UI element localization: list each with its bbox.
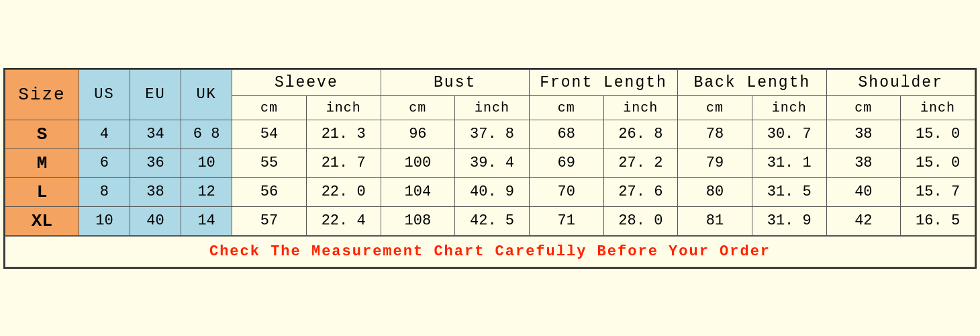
size-cell: L xyxy=(5,177,79,206)
footer-row: Check The Measurement Chart Carefully Be… xyxy=(5,236,975,267)
shoulder-inch-cell: 15. 0 xyxy=(901,149,975,177)
shoulder-inch-cell: 15. 7 xyxy=(901,177,975,206)
eu-cell: 36 xyxy=(130,149,181,177)
front-inch-cell: 27. 2 xyxy=(603,149,678,177)
table-row: S4346 85421. 39637. 86826. 87830. 73815.… xyxy=(5,120,975,149)
front-inch-cell: 27. 6 xyxy=(603,177,678,206)
sleeve-inch-cell: 22. 4 xyxy=(306,206,381,236)
eu-header: EU xyxy=(130,69,181,120)
size-cell: XL xyxy=(5,206,79,236)
us-cell: 10 xyxy=(79,206,130,236)
table-row: M636105521. 710039. 46927. 27931. 13815.… xyxy=(5,149,975,177)
shoulder-inch-cell: 15. 0 xyxy=(901,120,975,149)
size-cell: S xyxy=(5,120,79,149)
header-top-row: Size US EU UK Sleeve Bust Front Length B… xyxy=(5,69,975,95)
shoulder-inch-cell: 16. 5 xyxy=(901,206,975,236)
back-cm-header: cm xyxy=(678,95,752,120)
uk-cell: 6 8 xyxy=(181,120,232,149)
table-row: L838125622. 010440. 97027. 68031. 54015.… xyxy=(5,177,975,206)
shoulder-inch-header: inch xyxy=(901,95,975,120)
uk-cell: 10 xyxy=(181,149,232,177)
sleeve-cm-cell: 55 xyxy=(232,149,307,177)
size-header: Size xyxy=(5,69,79,120)
front-inch-cell: 28. 0 xyxy=(603,206,678,236)
sleeve-inch-header: inch xyxy=(306,95,381,120)
front-cm-cell: 70 xyxy=(529,177,603,206)
sleeve-inch-cell: 21. 7 xyxy=(306,149,381,177)
eu-cell: 38 xyxy=(130,177,181,206)
bust-inch-cell: 37. 8 xyxy=(455,120,530,149)
shoulder-cm-cell: 38 xyxy=(826,149,901,177)
back-inch-cell: 30. 7 xyxy=(752,120,826,149)
bust-inch-cell: 42. 5 xyxy=(455,206,530,236)
shoulder-cm-cell: 40 xyxy=(826,177,901,206)
bust-cm-cell: 100 xyxy=(381,149,455,177)
bust-cm-cell: 108 xyxy=(381,206,455,236)
bust-inch-cell: 39. 4 xyxy=(455,149,530,177)
back-cm-cell: 78 xyxy=(678,120,752,149)
back-cm-cell: 81 xyxy=(678,206,752,236)
back-inch-cell: 31. 5 xyxy=(752,177,826,206)
back-inch-header: inch xyxy=(752,95,826,120)
eu-cell: 34 xyxy=(130,120,181,149)
bust-cm-header: cm xyxy=(381,95,455,120)
uk-cell: 12 xyxy=(181,177,232,206)
table-row: XL1040145722. 410842. 57128. 08131. 9421… xyxy=(5,206,975,236)
sleeve-cm-cell: 56 xyxy=(232,177,307,206)
size-chart-wrapper: Size US EU UK Sleeve Bust Front Length B… xyxy=(3,68,977,269)
front-cm-cell: 71 xyxy=(529,206,603,236)
back-length-header: Back Length xyxy=(678,69,826,95)
front-length-header: Front Length xyxy=(529,69,677,95)
bust-header: Bust xyxy=(381,69,529,95)
shoulder-cm-header: cm xyxy=(826,95,901,120)
shoulder-cm-cell: 38 xyxy=(826,120,901,149)
bust-inch-cell: 40. 9 xyxy=(455,177,530,206)
shoulder-header: Shoulder xyxy=(826,69,975,95)
uk-header: UK xyxy=(181,69,232,120)
sleeve-inch-cell: 21. 3 xyxy=(306,120,381,149)
front-cm-header: cm xyxy=(529,95,603,120)
front-cm-cell: 68 xyxy=(529,120,603,149)
us-header: US xyxy=(79,69,130,120)
size-chart-table: Size US EU UK Sleeve Bust Front Length B… xyxy=(5,69,975,267)
footer-text: Check The Measurement Chart Carefully Be… xyxy=(5,236,975,267)
shoulder-cm-cell: 42 xyxy=(826,206,901,236)
bust-inch-header: inch xyxy=(455,95,530,120)
bust-cm-cell: 96 xyxy=(381,120,455,149)
us-cell: 8 xyxy=(79,177,130,206)
us-cell: 6 xyxy=(79,149,130,177)
eu-cell: 40 xyxy=(130,206,181,236)
size-cell: M xyxy=(5,149,79,177)
back-cm-cell: 79 xyxy=(678,149,752,177)
front-inch-cell: 26. 8 xyxy=(603,120,678,149)
sleeve-header: Sleeve xyxy=(232,69,381,95)
sleeve-cm-cell: 57 xyxy=(232,206,307,236)
front-cm-cell: 69 xyxy=(529,149,603,177)
back-inch-cell: 31. 1 xyxy=(752,149,826,177)
bust-cm-cell: 104 xyxy=(381,177,455,206)
front-inch-header: inch xyxy=(603,95,678,120)
sleeve-cm-cell: 54 xyxy=(232,120,307,149)
uk-cell: 14 xyxy=(181,206,232,236)
back-cm-cell: 80 xyxy=(678,177,752,206)
sleeve-cm-header: cm xyxy=(232,95,307,120)
us-cell: 4 xyxy=(79,120,130,149)
back-inch-cell: 31. 9 xyxy=(752,206,826,236)
sleeve-inch-cell: 22. 0 xyxy=(306,177,381,206)
